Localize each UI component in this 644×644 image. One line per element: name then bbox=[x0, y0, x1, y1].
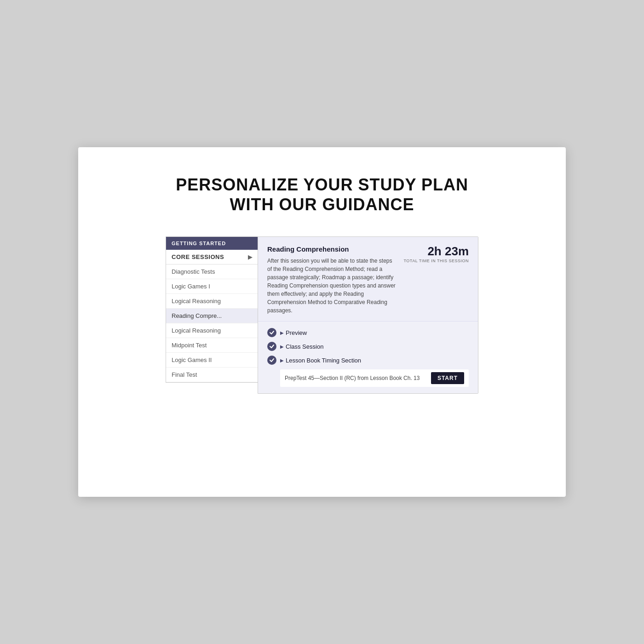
sidebar-item-final-test[interactable]: Final Test bbox=[166, 368, 258, 382]
sub-item-preptest: PrepTest 45—Section II (RC) from Lesson … bbox=[280, 369, 469, 387]
getting-started-label: GETTING STARTED bbox=[166, 237, 258, 250]
start-button[interactable]: START bbox=[431, 372, 464, 384]
session-description: After this session you will be able to s… bbox=[267, 257, 396, 315]
main-card: PERSONALIZE YOUR STUDY PLAN WITH OUR GUI… bbox=[78, 147, 566, 497]
session-header: Reading Comprehension After this session… bbox=[258, 237, 478, 322]
core-sessions-row[interactable]: CORE SESSIONS ▶ bbox=[166, 250, 258, 264]
preview-label: Preview bbox=[286, 329, 307, 336]
check-icon-preview bbox=[267, 328, 276, 337]
sidebar: GETTING STARTED CORE SESSIONS ▶ Diagnost… bbox=[166, 236, 258, 383]
sidebar-item-midpoint-test[interactable]: Midpoint Test bbox=[166, 338, 258, 353]
session-items-list: ▶ Preview ▶ Class Session bbox=[258, 322, 478, 393]
session-title-block: Reading Comprehension After this session… bbox=[267, 245, 396, 315]
session-row-preview[interactable]: ▶ Preview bbox=[267, 328, 469, 337]
check-icon-class-session bbox=[267, 342, 276, 351]
session-row-class-session[interactable]: ▶ Class Session bbox=[267, 342, 469, 351]
core-sessions-label: CORE SESSIONS bbox=[172, 253, 224, 260]
sidebar-item-logical-reasoning-1[interactable]: Logical Reasoning bbox=[166, 294, 258, 309]
sidebar-item-diagnostic[interactable]: Diagnostic Tests bbox=[166, 264, 258, 279]
core-sessions-arrow-icon: ▶ bbox=[248, 254, 253, 260]
session-row-lesson-book[interactable]: ▶ Lesson Book Timing Section bbox=[267, 356, 469, 365]
class-session-label: Class Session bbox=[286, 343, 323, 350]
expand-arrow-class-session: ▶ bbox=[280, 344, 284, 349]
session-time-value: 2h 23m bbox=[403, 245, 469, 257]
session-time-label: TOTAL TIME IN THIS SESSION bbox=[403, 259, 469, 263]
sub-item-preptest-label: PrepTest 45—Section II (RC) from Lesson … bbox=[285, 375, 420, 381]
check-icon-lesson-book bbox=[267, 356, 276, 365]
session-content-panel: Reading Comprehension After this session… bbox=[258, 236, 478, 394]
sidebar-item-logical-reasoning-2[interactable]: Logical Reasoning bbox=[166, 323, 258, 338]
page-headline: PERSONALIZE YOUR STUDY PLAN WITH OUR GUI… bbox=[176, 175, 468, 214]
sidebar-item-reading-comprehension[interactable]: Reading Compre... bbox=[166, 309, 258, 323]
sidebar-item-logic-games-2[interactable]: Logic Games II bbox=[166, 353, 258, 368]
session-title: Reading Comprehension bbox=[267, 245, 396, 253]
expand-arrow-preview: ▶ bbox=[280, 330, 284, 335]
session-time-block: 2h 23m TOTAL TIME IN THIS SESSION bbox=[403, 245, 469, 263]
sidebar-item-logic-games-1[interactable]: Logic Games I bbox=[166, 279, 258, 294]
main-layout: GETTING STARTED CORE SESSIONS ▶ Diagnost… bbox=[97, 236, 547, 394]
lesson-book-label: Lesson Book Timing Section bbox=[286, 357, 361, 364]
expand-arrow-lesson-book: ▶ bbox=[280, 358, 284, 363]
